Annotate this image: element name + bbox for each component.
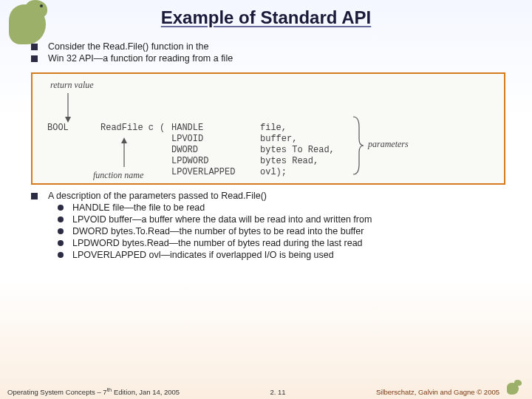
- dinosaur-mascot-image: [0, 0, 59, 53]
- square-bullet-icon: [31, 55, 38, 62]
- curly-brace-icon: [350, 115, 364, 176]
- sub-bullet-item: LPVOID buffer—a buffer where the data wi…: [58, 214, 505, 225]
- footer-right-text: Silberschatz, Galvin and Gagne: [376, 388, 477, 396]
- up-arrow-icon: [120, 137, 129, 170]
- sub-bullet-item: DWORD bytes.To.Read—the number of bytes …: [58, 226, 505, 236]
- bullet-text: Consider the Read.File() function in the: [48, 41, 208, 52]
- footer-left-text: Operating System Concepts – 7: [7, 388, 107, 396]
- open-paren: (: [160, 123, 171, 178]
- svg-marker-1: [65, 117, 71, 123]
- param-names: file, buffer, bytes To Read, bytes Read,…: [260, 123, 349, 178]
- parameters-label: parameters: [368, 139, 409, 150]
- slide-title: Example of Standard API: [0, 0, 532, 28]
- sub-bullet-text: DWORD bytes.To.Read—the number of bytes …: [72, 226, 364, 236]
- bullet-text: Win 32 API—a function for reading from a…: [48, 53, 233, 64]
- bullet-item: A description of the parameters passed t…: [31, 191, 505, 201]
- sub-bullet-text: LPVOID buffer—a buffer where the data wi…: [72, 214, 372, 225]
- footer-center: 2. 11: [270, 388, 285, 396]
- function-name-label: function name: [93, 170, 143, 181]
- circle-bullet-icon: [58, 205, 64, 211]
- bullet-text: A description of the parameters passed t…: [48, 191, 267, 201]
- sub-bullet-text: LPDWORD bytes.Read—the number of bytes r…: [72, 238, 363, 248]
- param-types: HANDLE LPVOID DWORD LPDWORD LPOVERLAPPED: [171, 123, 260, 178]
- sub-bullet-text: HANDLE file—the file to be read: [72, 202, 205, 213]
- api-signature-diagram: return value BOOL ReadFile c ( HANDLE LP…: [31, 72, 505, 185]
- sub-bullet-item: LPOVERLAPPED ovl—indicates if overlapped…: [58, 250, 505, 260]
- circle-bullet-icon: [58, 252, 64, 258]
- slide-body: Consider the Read.File() function in the…: [0, 28, 532, 260]
- footer-right: Silberschatz, Galvin and Gagne © 2005: [376, 378, 525, 396]
- footer-left: Operating System Concepts – 7th Edition,…: [7, 386, 180, 396]
- sub-bullet-item: HANDLE file—the file to be read: [58, 202, 505, 213]
- dinosaur-mascot-small-icon: [504, 378, 525, 396]
- footer-left-tail: Edition, Jan 14, 2005: [112, 388, 180, 396]
- svg-marker-3: [121, 137, 127, 143]
- slide-footer: Operating System Concepts – 7th Edition,…: [0, 375, 532, 399]
- return-value-label: return value: [50, 80, 94, 91]
- sub-bullet-text: LPOVERLAPPED ovl—indicates if overlapped…: [72, 250, 334, 260]
- sub-bullet-item: LPDWORD bytes.Read—the number of bytes r…: [58, 238, 505, 248]
- down-arrow-icon: [64, 93, 72, 126]
- footer-copyright: © 2005: [477, 388, 499, 396]
- circle-bullet-icon: [58, 216, 64, 222]
- bullet-item: Win 32 API—a function for reading from a…: [31, 53, 505, 64]
- square-bullet-icon: [31, 193, 38, 200]
- bullet-item: Consider the Read.File() function in the: [31, 41, 505, 52]
- circle-bullet-icon: [58, 228, 64, 234]
- circle-bullet-icon: [58, 240, 64, 246]
